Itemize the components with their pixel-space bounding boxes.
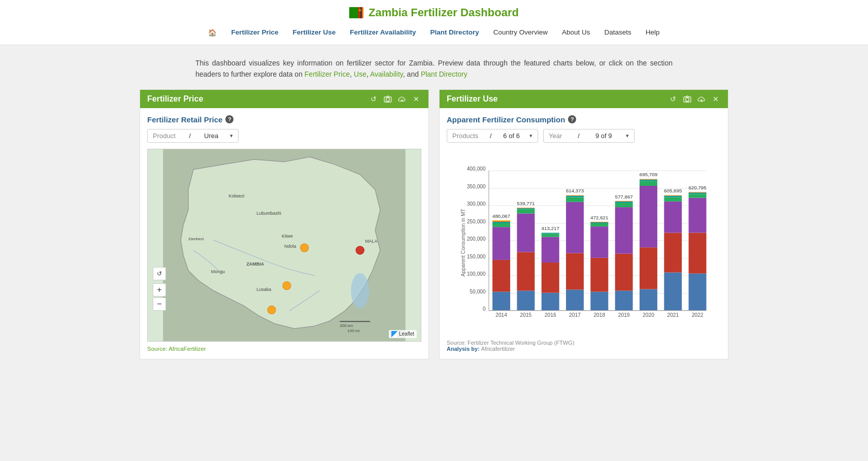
price-refresh-icon[interactable]: ↺ — [369, 94, 379, 104]
svg-text:605,695: 605,695 — [664, 188, 682, 193]
price-cloud-icon[interactable] — [397, 94, 407, 104]
bar-2014: 480,067 2014 — [492, 213, 510, 317]
map-rotate-button[interactable]: ↺ — [153, 267, 166, 280]
consumption-chart: 0 50,000 100,000 150,000 200,000 250,000… — [447, 149, 721, 337]
site-title: Zambia Fertilizer Dashboard — [369, 6, 519, 19]
product-dropdown-row: Product / Urea ▾ — [147, 129, 421, 143]
bar-2019: 577,867 2019 — [615, 193, 633, 317]
products-dropdown[interactable]: Products / 6 of 6 ▾ — [447, 129, 538, 143]
svg-text:Mongu: Mongu — [211, 269, 225, 274]
bar-2020: 695,709 2020 — [640, 172, 657, 317]
nav-fertilizer-price[interactable]: Fertilizer Price — [224, 25, 285, 40]
svg-point-5 — [386, 97, 390, 101]
svg-text:2014: 2014 — [495, 312, 507, 318]
nav-fertilizer-availability[interactable]: Fertilizer Availability — [343, 25, 423, 40]
use-close-icon[interactable]: ✕ — [711, 94, 721, 104]
use-cloud-icon[interactable] — [696, 94, 707, 104]
map-zoom-out-button[interactable]: − — [153, 298, 166, 311]
svg-rect-69 — [542, 234, 559, 237]
use-help-icon[interactable]: ? — [568, 115, 576, 123]
svg-text:Ndola: Ndola — [284, 244, 296, 249]
svg-rect-50 — [492, 260, 510, 292]
nav-fertilizer-use[interactable]: Fertilizer Use — [286, 25, 343, 40]
svg-rect-110 — [664, 195, 682, 195]
map-controls: ↺ + − — [153, 267, 166, 311]
svg-point-22 — [283, 281, 291, 289]
svg-text:Lusaka: Lusaka — [256, 286, 271, 291]
svg-rect-74 — [566, 253, 584, 289]
svg-text:413,217: 413,217 — [542, 225, 559, 231]
link-plant-directory[interactable]: Plant Directory — [421, 70, 468, 78]
nav-home[interactable]: 🏠 — [201, 25, 224, 40]
bar-2015: 539,771 2015 — [517, 201, 535, 318]
svg-point-23 — [268, 306, 276, 314]
use-camera-icon[interactable] — [682, 94, 692, 104]
svg-rect-85 — [590, 222, 608, 223]
svg-rect-3 — [362, 7, 363, 18]
svg-text:577,867: 577,867 — [615, 193, 633, 199]
leaflet-badge: Leaflet — [389, 330, 417, 338]
svg-rect-78 — [566, 195, 584, 195]
svg-text:400,000: 400,000 — [467, 166, 486, 172]
svg-text:Apparent Consumption in MT: Apparent Consumption in MT — [460, 208, 466, 276]
svg-text:2021: 2021 — [667, 312, 679, 318]
price-panel-header: Fertilizer Price ↺ ✕ — [140, 90, 428, 108]
nav-about-us[interactable]: About Us — [555, 25, 597, 40]
svg-rect-67 — [542, 262, 559, 293]
use-refresh-icon[interactable]: ↺ — [668, 94, 678, 104]
chart-svg: 0 50,000 100,000 150,000 200,000 250,000… — [447, 149, 721, 337]
svg-text:100,000: 100,000 — [467, 271, 486, 277]
svg-rect-118 — [689, 192, 707, 192]
link-use[interactable]: Use — [354, 70, 366, 78]
svg-text:2015: 2015 — [520, 312, 531, 318]
svg-rect-83 — [590, 226, 608, 258]
svg-rect-66 — [542, 292, 559, 310]
svg-rect-61 — [517, 209, 535, 213]
use-panel-header: Fertilizer Use ↺ ✕ — [440, 90, 728, 108]
nav-datasets[interactable]: Datasets — [597, 25, 638, 40]
price-panel-icons: ↺ ✕ — [369, 94, 421, 104]
svg-rect-100 — [640, 181, 657, 186]
zambia-map: Kolwezi Lubumbashi Kitwe Ndola ZAMBIA Lu… — [147, 149, 421, 342]
svg-text:2019: 2019 — [618, 312, 630, 318]
nav-plant-directory[interactable]: Plant Directory — [423, 25, 486, 40]
link-availability[interactable]: Availability — [370, 70, 403, 78]
svg-rect-109 — [664, 195, 682, 197]
use-source: Source: Fertilizer Technical Working Gro… — [447, 340, 721, 352]
price-camera-icon[interactable] — [383, 94, 393, 104]
map-zoom-in-button[interactable]: + — [153, 283, 166, 297]
zambia-flag-icon — [349, 7, 363, 18]
svg-rect-77 — [566, 195, 584, 197]
nav-help[interactable]: Help — [639, 25, 667, 40]
bar-2022: 620,795 2022 — [688, 185, 707, 318]
svg-rect-117 — [689, 192, 707, 194]
svg-rect-84 — [590, 223, 608, 226]
svg-text:50,000: 50,000 — [470, 288, 486, 294]
svg-text:300,000: 300,000 — [467, 201, 486, 207]
svg-rect-76 — [566, 197, 584, 202]
svg-rect-68 — [542, 237, 559, 262]
price-close-icon[interactable]: ✕ — [411, 94, 421, 104]
link-fertilizer-price[interactable]: Fertilizer Price — [305, 70, 350, 78]
svg-text:2018: 2018 — [593, 312, 605, 318]
svg-text:350,000: 350,000 — [467, 184, 486, 189]
svg-text:ZAMBIA: ZAMBIA — [246, 261, 264, 267]
use-dropdowns-row: Products / 6 of 6 ▾ Year / 9 of 9 ▾ — [447, 129, 721, 143]
use-panel-title: Fertilizer Use — [447, 94, 497, 104]
svg-text:Lubumbashi: Lubumbashi — [256, 211, 281, 216]
year-dropdown[interactable]: Year / 9 of 9 ▾ — [543, 129, 635, 143]
svg-rect-99 — [640, 186, 657, 247]
svg-text:Zambezi: Zambezi — [188, 237, 204, 241]
svg-rect-60 — [517, 213, 535, 252]
bar-2018: 472,621 2018 — [590, 215, 608, 318]
svg-rect-54 — [492, 221, 510, 222]
price-help-icon[interactable]: ? — [225, 115, 233, 123]
svg-rect-105 — [664, 272, 682, 310]
nav-country-overview[interactable]: Country Overview — [486, 25, 555, 40]
svg-rect-81 — [590, 291, 608, 310]
svg-text:2016: 2016 — [545, 312, 556, 318]
main-nav: 🏠 Fertilizer Price Fertilizer Use Fertil… — [0, 25, 868, 45]
dashboard-panels: Fertilizer Price ↺ ✕ Fertilizer Retail P… — [129, 89, 739, 359]
product-dropdown[interactable]: Product / Urea ▾ — [147, 129, 239, 143]
svg-text:Kitwe: Kitwe — [282, 234, 293, 239]
